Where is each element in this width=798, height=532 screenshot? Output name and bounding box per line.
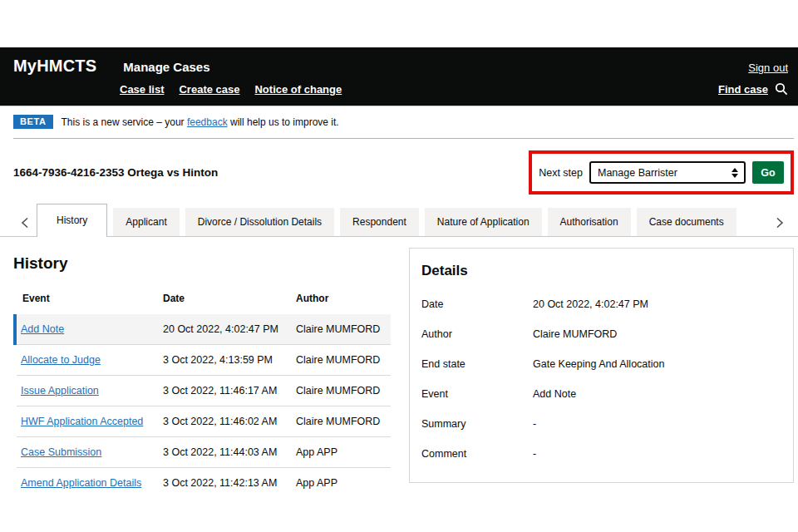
header-row-top: MyHMCTS Manage Cases Sign out [13,57,788,76]
event-author: App APP [296,437,391,468]
event-date: 3 Oct 2022, 11:44:03 AM [163,437,296,468]
tab-list: HistoryApplicantDivorce / Dissolution De… [37,204,742,236]
select-spinner-icon [732,168,738,178]
tab-case-documents[interactable]: Case documents [637,208,736,236]
next-step-select[interactable]: Manage Barrister [589,161,746,184]
event-link-amend-application-details[interactable]: Amend Application Details [21,477,141,489]
history-row: Add Note20 Oct 2022, 4:02:47 PMClaire MU… [15,314,391,345]
field-label: Summary [421,418,533,430]
field-label: Author [421,328,533,340]
event-date: 3 Oct 2022, 11:46:02 AM [163,406,296,437]
tab-bar: HistoryApplicantDivorce / Dissolution De… [0,204,798,237]
history-table: EventDateAuthor Add Note20 Oct 2022, 4:0… [13,289,391,498]
history-row: Amend Application Details3 Oct 2022, 11:… [15,468,391,499]
event-author: Claire MUMFORD [296,406,391,437]
event-author: Claire MUMFORD [296,345,391,376]
tab-history[interactable]: History [37,204,107,237]
page: MyHMCTS Manage Cases Sign out Case listC… [0,0,798,532]
beta-banner: BETA This is a new service – your feedba… [13,106,794,139]
history-heading: History [13,254,391,273]
field-value: - [533,448,536,460]
case-title: 1664-7936-4216-2353 Ortega vs Hinton [13,166,218,179]
sign-out-link[interactable]: Sign out [748,62,788,74]
details-field-date: Date20 Oct 2022, 4:02:47 PM [421,298,781,310]
event-link-add-note[interactable]: Add Note [21,323,64,335]
nav-link-notice-of-change[interactable]: Notice of change [254,83,342,96]
event-author: Claire MUMFORD [296,314,391,345]
beta-text-after: will help us to improve it. [228,116,339,128]
column-header-author: Author [296,289,391,314]
event-date: 20 Oct 2022, 4:02:47 PM [163,314,296,345]
beta-text: This is a new service – your feedback wi… [62,116,339,128]
event-date: 3 Oct 2022, 4:13:59 PM [163,345,296,376]
nav-link-create-case[interactable]: Create case [179,83,239,96]
top-margin [0,0,798,47]
field-value: Claire MUMFORD [533,328,617,340]
details-heading: Details [421,263,781,279]
field-value: Gate Keeping And Allocation [533,358,664,370]
tab-authorisation[interactable]: Authorisation [548,208,631,236]
details-field-summary: Summary- [421,418,781,430]
history-section: History EventDateAuthor Add Note20 Oct 2… [13,248,391,498]
tab-respondent[interactable]: Respondent [340,208,419,236]
event-link-case-submission[interactable]: Case Submission [21,446,101,458]
details-field-comment: Comment- [421,448,781,460]
column-header-event: Event [15,289,163,314]
next-step-label: Next step [539,167,583,179]
history-table-header: EventDateAuthor [15,289,391,314]
field-value: - [533,418,536,430]
tab-applicant[interactable]: Applicant [113,208,179,236]
nav-link-case-list[interactable]: Case list [120,83,164,96]
event-date: 3 Oct 2022, 11:42:13 AM [163,468,296,499]
beta-text-before: This is a new service – your [62,116,187,128]
column-header-date: Date [163,289,296,314]
field-label: End state [421,358,533,370]
event-date: 3 Oct 2022, 11:46:17 AM [163,376,296,406]
field-label: Comment [421,448,533,460]
find-case-group: Find case [718,82,788,96]
field-label: Date [421,298,533,310]
event-link-hwf-application-accepted[interactable]: HWF Application Accepted [21,416,143,427]
header-row-nav: Case listCreate caseNotice of change Fin… [13,82,788,96]
history-row: Case Submission3 Oct 2022, 11:44:03 AMAp… [15,437,391,468]
search-icon[interactable] [775,82,788,96]
annotation-highlight-box: Next step Manage Barrister Go [529,150,794,195]
event-author: App APP [296,468,391,499]
field-value: Add Note [533,388,576,400]
app-title: Manage Cases [123,60,209,74]
details-field-end-state: End stateGate Keeping And Allocation [421,358,781,370]
go-button[interactable]: Go [752,161,784,184]
details-field-event: EventAdd Note [421,388,781,400]
app-header: MyHMCTS Manage Cases Sign out Case listC… [0,47,798,106]
service-logo: MyHMCTS [13,57,96,76]
details-field-author: AuthorClaire MUMFORD [421,328,781,340]
details-field-list: Date20 Oct 2022, 4:02:47 PMAuthorClaire … [421,298,781,460]
history-row: Issue Application3 Oct 2022, 11:46:17 AM… [15,376,391,406]
details-panel: Details Date20 Oct 2022, 4:02:47 PMAutho… [409,248,794,483]
header-nav: Case listCreate caseNotice of change [120,83,342,96]
tab-nature-of-application[interactable]: Nature of Application [425,208,542,236]
event-link-issue-application[interactable]: Issue Application [21,385,99,397]
history-row: HWF Application Accepted3 Oct 2022, 11:4… [15,406,391,437]
tab-scroll-right-button[interactable] [761,209,798,236]
main-content: History EventDateAuthor Add Note20 Oct 2… [13,248,794,498]
field-label: Event [421,388,533,400]
tab-divorce-dissolution-details[interactable]: Divorce / Dissolution Details [185,208,334,236]
event-author: Claire MUMFORD [296,376,391,406]
field-value: 20 Oct 2022, 4:02:47 PM [533,298,648,310]
tab-scroll-left-button[interactable] [13,209,37,236]
next-step-selected-option: Manage Barrister [598,167,677,179]
event-link-allocate-to-judge[interactable]: Allocate to Judge [21,354,101,366]
find-case-link[interactable]: Find case [718,83,768,96]
history-row: Allocate to Judge3 Oct 2022, 4:13:59 PMC… [15,345,391,376]
beta-badge: BETA [13,115,53,129]
case-header-row: 1664-7936-4216-2353 Ortega vs Hinton Nex… [13,150,794,195]
feedback-link[interactable]: feedback [187,116,228,128]
